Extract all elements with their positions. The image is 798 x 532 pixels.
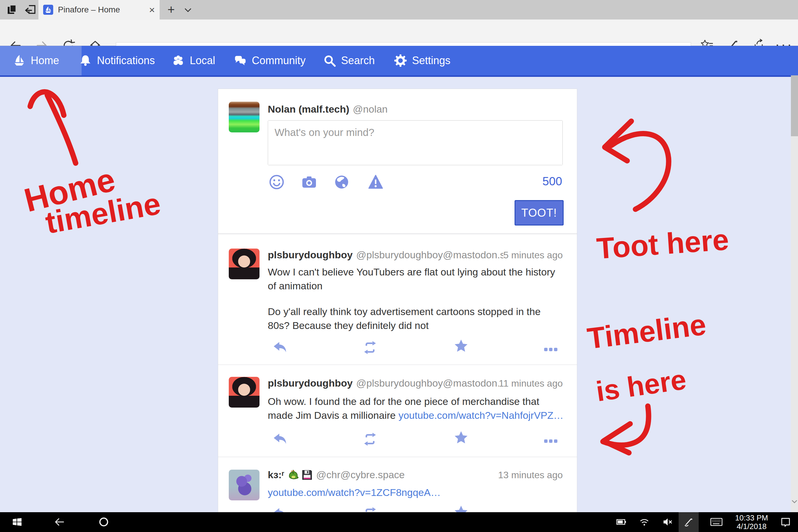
clock-time: 10:33 PM [730, 514, 773, 522]
annotation-toot-here: Toot here [595, 223, 730, 266]
avatar[interactable] [229, 249, 260, 279]
post-link[interactable]: youtube.com/watch?v=NahfojrVPZ… [398, 410, 563, 421]
compose-display-name: Nolan (malf.tech) [268, 103, 349, 115]
nav-item-settings[interactable]: Settings [391, 46, 453, 75]
nav-item-search[interactable]: Search [320, 46, 378, 75]
browser-tab-bar: Pinafore – Home × + [0, 0, 798, 19]
scrollbar-down-chevron-icon[interactable] [791, 498, 798, 505]
nav-item-community[interactable]: Community [231, 46, 308, 75]
bell-icon [79, 54, 92, 67]
timeline-arrow [603, 406, 649, 445]
post-2[interactable]: plsburydoughboy @plsburydoughboy@mastodo… [218, 364, 577, 457]
start-button-icon[interactable] [12, 516, 23, 528]
home-timeline-arrow [47, 95, 76, 163]
set-tabs-aside-icon[interactable] [6, 4, 18, 16]
compose-author-row: Nolan (malf.tech) @nolan [268, 103, 563, 115]
post-author-row: plsburydoughboy @plsburydoughboy@mastodo… [268, 377, 563, 389]
reply-icon[interactable] [272, 432, 287, 446]
cortana-icon[interactable] [98, 516, 110, 528]
annotation-timeline-line1: Timeline [585, 307, 708, 356]
new-tab-button[interactable]: + [163, 0, 179, 19]
post-timestamp: 5 minutes ago [504, 250, 563, 261]
gear-icon [394, 54, 407, 67]
taskbar-back-icon[interactable] [54, 516, 65, 528]
reply-icon[interactable] [272, 340, 287, 355]
post-handle: @chr@cybre.space [316, 469, 405, 480]
post-author-row: plsburydoughboy @plsburydoughboy@mastodo… [268, 249, 563, 261]
emoji-icon[interactable] [269, 174, 285, 190]
battery-icon[interactable] [616, 516, 627, 528]
post-handle: @plsburydoughboy@mastodon.s… [356, 377, 499, 389]
nav-label-community: Community [252, 54, 306, 67]
toot-here-arrowhead [605, 121, 631, 161]
action-center-icon[interactable] [780, 516, 792, 528]
people-icon [172, 54, 185, 67]
compose-handle: @nolan [353, 103, 388, 115]
annotation-timeline-word: timeline [43, 186, 164, 241]
more-options-icon[interactable] [544, 434, 558, 449]
annotation-home: Home [20, 160, 119, 219]
pinafore-nav: Home Notifications Local Community [0, 46, 798, 77]
nav-label-notifications: Notifications [97, 54, 155, 67]
nav-item-home[interactable]: Home [0, 46, 81, 75]
tab-preview-icon[interactable] [25, 4, 37, 16]
browser-tab[interactable]: Pinafore – Home × [38, 0, 159, 19]
page-scrollbar-track[interactable] [791, 75, 798, 532]
nav-label-search: Search [341, 54, 375, 67]
post-body: Do y'all really think toy advertisement … [268, 305, 565, 332]
favorite-star-icon[interactable] [454, 431, 469, 445]
page-scrollbar-thumb[interactable] [791, 75, 798, 136]
nav-label-home: Home [31, 54, 59, 67]
boost-icon[interactable] [363, 432, 377, 446]
clock-date: 4/1/2018 [730, 522, 773, 531]
post-display-name: plsburydoughboy [268, 377, 353, 389]
screen: Pinafore – Home × + [0, 0, 798, 532]
more-options-icon[interactable] [544, 343, 558, 357]
post-1[interactable]: plsburydoughboy @plsburydoughboy@mastodo… [218, 234, 577, 364]
taskbar-clock[interactable]: 10:33 PM 4/1/2018 [730, 514, 773, 531]
search-icon [323, 54, 336, 67]
sailboat-icon [13, 54, 25, 67]
post-link[interactable]: youtube.com/watch?v=1ZCF8ngqeA… [268, 487, 441, 498]
taskbar: 10:33 PM 4/1/2018 [0, 512, 798, 532]
home-timeline-arrowhead [30, 92, 64, 115]
avatar[interactable] [229, 377, 260, 407]
compose-section: Nolan (malf.tech) @nolan [218, 89, 577, 234]
nav-label-local: Local [190, 54, 215, 67]
toot-button[interactable]: TOOT! [515, 200, 564, 226]
timeline-arrowhead [604, 424, 630, 453]
post-body: youtube.com/watch?v=1ZCF8ngqeA… [268, 486, 565, 499]
compose-input-wrap [268, 120, 563, 165]
toot-here-arrow [611, 134, 668, 209]
windows-ink-button[interactable] [679, 512, 699, 532]
avatar[interactable] [229, 102, 260, 132]
tab-list-chevron-icon[interactable] [182, 5, 194, 15]
browser-toolbar: ··· [0, 19, 798, 46]
char-counter: 500 [542, 175, 562, 188]
speech-bubbles-icon [234, 54, 247, 67]
nav-label-settings: Settings [412, 54, 451, 67]
content-warning-icon[interactable] [368, 174, 384, 190]
post-timestamp: 11 minutes ago [499, 378, 563, 389]
post-author-row: kз:ʳ @chr@cybre.space 13 minutes ago [268, 469, 563, 480]
post-body: Wow I can't believe YouTubers are flat o… [268, 265, 565, 293]
nav-item-notifications[interactable]: Notifications [76, 46, 158, 75]
globe-icon[interactable] [334, 174, 350, 190]
wifi-icon[interactable] [639, 516, 650, 528]
touch-keyboard-icon[interactable] [710, 515, 723, 529]
favorite-star-icon[interactable] [454, 339, 469, 354]
annotation-timeline-line2: is here [594, 363, 688, 408]
pinafore-favicon-icon [43, 5, 53, 15]
dragon-emoji [287, 469, 299, 480]
boost-icon[interactable] [363, 340, 377, 355]
volume-muted-icon[interactable] [662, 516, 673, 528]
compose-textarea[interactable] [268, 120, 563, 165]
tab-title: Pinafore – Home [58, 5, 146, 15]
camera-icon[interactable] [301, 174, 317, 190]
avatar[interactable] [229, 470, 260, 500]
nav-item-local[interactable]: Local [169, 46, 218, 75]
tab-close-icon[interactable]: × [149, 5, 155, 15]
windows-ink-pen-icon [683, 516, 694, 528]
post-timestamp: 13 minutes ago [498, 470, 563, 480]
post-display-name: plsburydoughboy [268, 249, 353, 261]
